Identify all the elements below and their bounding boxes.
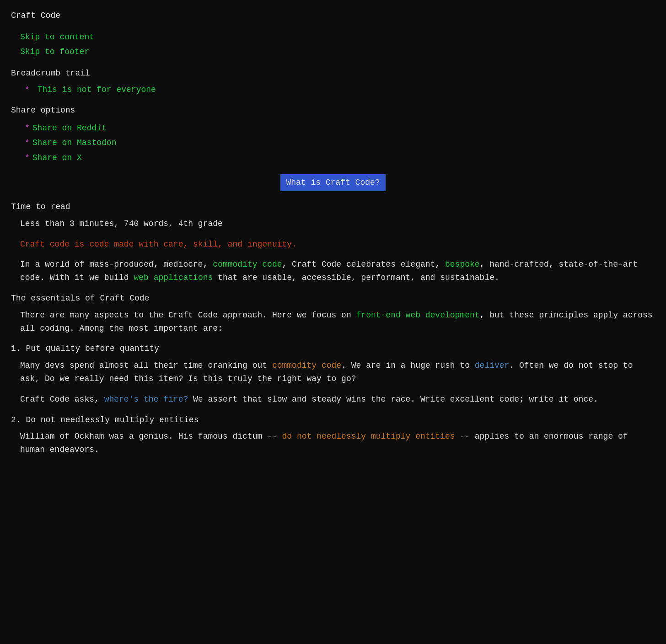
- wheres-fire-link[interactable]: where's the fire?: [104, 395, 188, 404]
- breadcrumb-item[interactable]: This is not for everyone: [38, 85, 156, 94]
- breadcrumb-section-label: Breadcrumb trail: [11, 67, 655, 80]
- commodity-code-link-2[interactable]: commodity code: [272, 361, 341, 370]
- point1-text-pre: Many devs spend almost all their time cr…: [20, 361, 272, 370]
- commodity-code-link-1[interactable]: commodity code: [213, 260, 282, 269]
- point1-paragraph-1: Many devs spend almost all their time cr…: [11, 359, 655, 386]
- intro-text-end: that are usable, accessible, performant,…: [213, 273, 500, 282]
- share-options: *Share on Reddit *Share on Mastodon *Sha…: [11, 121, 655, 165]
- intro-paragraph: In a world of mass-produced, mediocre, c…: [11, 258, 655, 284]
- point1-paragraph-2: Craft Code asks, where's the fire? We as…: [11, 393, 655, 406]
- deliver-link[interactable]: deliver: [475, 361, 510, 370]
- intro-text-pre: In a world of mass-produced, mediocre,: [20, 260, 213, 269]
- skip-links: Skip to content Skip to footer: [11, 30, 655, 59]
- article-title: What is Craft Code?: [280, 174, 385, 191]
- breadcrumb: * This is not for everyone: [11, 83, 655, 97]
- intro-text-mid: , Craft Code celebrates elegant,: [282, 260, 445, 269]
- dictum-link[interactable]: do not needlessly multiply entities: [282, 432, 455, 441]
- point1-heading: 1. Put quality before quantity: [11, 342, 655, 355]
- site-title: Craft Code: [11, 9, 655, 22]
- point1-p2-end: We assert that slow and steady wins the …: [188, 395, 598, 404]
- skip-to-content[interactable]: Skip to content: [20, 30, 655, 44]
- frontend-dev-link[interactable]: front-end web development: [356, 311, 480, 320]
- essentials-text-pre: There are many aspects to the Craft Code…: [20, 311, 356, 320]
- share-reddit[interactable]: *Share on Reddit: [25, 121, 655, 135]
- point1-text-mid: . We are in a huge rush to: [341, 361, 475, 370]
- essentials-heading: The essentials of Craft Code: [11, 292, 655, 305]
- share-bullet-2: *: [25, 138, 30, 147]
- essentials-paragraph: There are many aspects to the Craft Code…: [11, 309, 655, 335]
- share-x[interactable]: *Share on X: [25, 150, 655, 165]
- skip-to-footer[interactable]: Skip to footer: [20, 44, 655, 59]
- point2-heading: 2. Do not needlessly multiply entities: [11, 413, 655, 427]
- point2-text-pre: William of Ockham was a genius. His famo…: [20, 432, 282, 441]
- article-lede: Craft code is code made with care, skill…: [11, 238, 655, 251]
- web-applications-link[interactable]: web applications: [134, 273, 213, 282]
- point1-p2-pre: Craft Code asks,: [20, 395, 104, 404]
- breadcrumb-bullet: *: [25, 85, 30, 94]
- share-mastodon[interactable]: *Share on Mastodon: [25, 135, 655, 150]
- time-to-read-label: Time to read: [11, 200, 655, 214]
- article-title-container: What is Craft Code?: [11, 174, 655, 191]
- share-bullet-3: *: [25, 153, 30, 162]
- share-section-label: Share options: [11, 104, 655, 117]
- bespoke-link[interactable]: bespoke: [445, 260, 480, 269]
- time-to-read-value: Less than 3 minutes, 740 words, 4th grad…: [11, 217, 655, 231]
- point2-paragraph: William of Ockham was a genius. His famo…: [11, 430, 655, 456]
- share-bullet-1: *: [25, 123, 30, 133]
